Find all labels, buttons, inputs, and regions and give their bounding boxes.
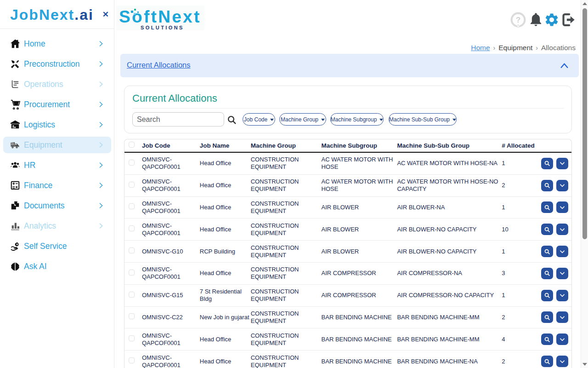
svg-text:?: ?	[516, 15, 521, 24]
